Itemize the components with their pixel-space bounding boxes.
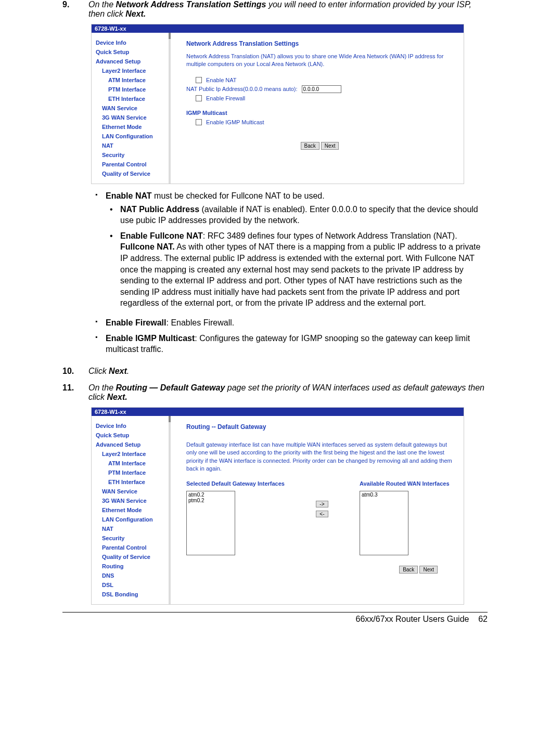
bullet-enable-igmp: Enable IGMP Multicast: Configures the ga… <box>91 333 488 359</box>
nav-layer2-interface[interactable]: Layer2 Interface <box>96 66 169 75</box>
panel-heading: Routing -- Default Gateway <box>186 423 453 431</box>
step-10-number: 10. <box>62 367 88 376</box>
nav-ethernet-mode[interactable]: Ethernet Mode <box>96 122 169 132</box>
description-list: Enable NAT must be checked for Fullcone … <box>91 190 488 359</box>
move-left-button[interactable]: <- <box>316 511 328 517</box>
bullet-enable-nat: Enable NAT must be checked for Fullcone … <box>91 190 488 317</box>
enable-igmp-label: Enable IGMP Multicast <box>206 119 264 125</box>
panel-description: Network Address Translation (NAT) allows… <box>186 53 453 69</box>
nav-advanced-setup[interactable]: Advanced Setup <box>96 57 169 66</box>
nav-ptm-interface[interactable]: PTM Interface <box>96 85 169 94</box>
window-title: 6728-W1-xx <box>92 24 464 33</box>
enable-firewall-checkbox[interactable] <box>196 95 202 101</box>
nav-dsl[interactable]: DSL <box>96 580 169 590</box>
step-9-text: On the Network Address Translation Setti… <box>88 0 488 19</box>
page-footer: 66xx/67xx Router Users Guide 62 <box>62 612 488 624</box>
button-row: Back Next <box>186 142 453 150</box>
move-right-button[interactable]: -> <box>316 501 328 507</box>
nav-security[interactable]: Security <box>96 533 169 543</box>
enable-nat-row: Enable NAT <box>186 76 453 84</box>
nav-nat[interactable]: NAT <box>96 141 169 150</box>
nat-ip-row: NAT Public Ip Address(0.0.0.0 means auto… <box>186 84 453 94</box>
back-button[interactable]: Back <box>399 566 418 573</box>
selected-gateway-col: Selected Default Gateway Interfaces atm0… <box>186 480 285 555</box>
step-11-text: On the Routing — Default Gateway page se… <box>88 383 488 402</box>
available-wan-listbox[interactable]: atm0.3 <box>360 491 408 555</box>
step-9: 9. On the Network Address Translation Se… <box>62 0 488 19</box>
nav-atm-interface[interactable]: ATM Interface <box>96 459 169 468</box>
nav-nat[interactable]: NAT <box>96 524 169 533</box>
nav-qos[interactable]: Quality of Service <box>96 169 169 178</box>
footer-page-number: 62 <box>478 615 488 623</box>
nav-device-info[interactable]: Device Info <box>96 38 169 47</box>
gateway-columns: Selected Default Gateway Interfaces atm0… <box>186 480 453 555</box>
nav-quick-setup[interactable]: Quick Setup <box>96 47 169 57</box>
nav-lan-config[interactable]: LAN Configuration <box>96 132 169 141</box>
enable-igmp-row: Enable IGMP Multicast <box>186 118 453 126</box>
enable-igmp-checkbox[interactable] <box>196 119 202 125</box>
screenshot-nat-settings: 6728-W1-xx Device Info Quick Setup Advan… <box>91 24 464 184</box>
nav-atm-interface[interactable]: ATM Interface <box>96 75 169 85</box>
sidebar-nav: Device Info Quick Setup Advanced Setup L… <box>92 33 171 184</box>
next-button[interactable]: Next <box>419 566 438 573</box>
step-10: 10. Click Next. <box>62 367 488 376</box>
nav-3g-wan-service[interactable]: 3G WAN Service <box>96 113 169 122</box>
button-row: Back Next <box>186 566 453 573</box>
step-10-text: Click Next. <box>88 367 488 376</box>
panel-heading: Network Address Translation Settings <box>186 40 453 47</box>
selected-gateway-label: Selected Default Gateway Interfaces <box>186 480 285 487</box>
nav-dns[interactable]: DNS <box>96 571 169 580</box>
enable-firewall-label: Enable Firewall <box>206 95 245 101</box>
nav-security[interactable]: Security <box>96 150 169 160</box>
list-item[interactable]: atm0.3 <box>361 492 407 498</box>
selected-gateway-listbox[interactable]: atm0.2 ptm0.2 <box>186 491 235 555</box>
scrollbar-thumb[interactable] <box>169 33 171 39</box>
bullet-nat-public-address: NAT Public Address (available if NAT is … <box>106 204 488 230</box>
nav-3g-wan-service[interactable]: 3G WAN Service <box>96 496 169 505</box>
back-button[interactable]: Back <box>301 142 319 150</box>
nav-layer2-interface[interactable]: Layer2 Interface <box>96 449 169 459</box>
nav-qos[interactable]: Quality of Service <box>96 552 169 562</box>
available-wan-label: Available Routed WAN Interfaces <box>360 480 450 487</box>
enable-nat-label: Enable NAT <box>206 77 237 83</box>
nav-ethernet-mode[interactable]: Ethernet Mode <box>96 505 169 515</box>
step-11: 11. On the Routing — Default Gateway pag… <box>62 383 488 402</box>
footer-title: 66xx/67xx Router Users Guide <box>356 615 469 623</box>
nav-dsl-bonding[interactable]: DSL Bonding <box>96 590 169 599</box>
nav-device-info[interactable]: Device Info <box>96 421 169 431</box>
nav-quick-setup[interactable]: Quick Setup <box>96 431 169 440</box>
nav-parental-control[interactable]: Parental Control <box>96 160 169 169</box>
sidebar-nav: Device Info Quick Setup Advanced Setup L… <box>92 416 171 604</box>
bullet-enable-fullcone-nat: Enable Fullcone NAT: RFC 3489 defines fo… <box>106 230 488 313</box>
nav-routing[interactable]: Routing <box>96 562 169 571</box>
available-wan-col: Available Routed WAN Interfaces atm0.3 <box>360 480 450 555</box>
move-arrows: -> <- <box>316 480 328 517</box>
nav-lan-config[interactable]: LAN Configuration <box>96 515 169 524</box>
nav-wan-service[interactable]: WAN Service <box>96 487 169 496</box>
bullet-enable-firewall: Enable Firewall: Enables Firewall. <box>91 317 488 333</box>
step-11-number: 11. <box>62 383 88 402</box>
nav-parental-control[interactable]: Parental Control <box>96 543 169 552</box>
step-9-number: 9. <box>62 0 88 19</box>
nav-eth-interface[interactable]: ETH Interface <box>96 94 169 103</box>
nav-advanced-setup[interactable]: Advanced Setup <box>96 440 169 449</box>
igmp-heading: IGMP Multicast <box>186 110 453 116</box>
nav-eth-interface[interactable]: ETH Interface <box>96 477 169 487</box>
list-item[interactable]: ptm0.2 <box>187 498 234 503</box>
enable-firewall-row: Enable Firewall <box>186 94 453 102</box>
nat-ip-input[interactable] <box>302 85 341 93</box>
scrollbar-thumb[interactable] <box>169 416 171 422</box>
main-panel: Network Address Translation Settings Net… <box>171 33 464 184</box>
main-panel: Routing -- Default Gateway Default gatew… <box>171 416 464 604</box>
panel-description: Default gateway interface list can have … <box>186 441 453 473</box>
window-title: 6728-W1-xx <box>92 408 464 416</box>
nat-ip-label: NAT Public Ip Address(0.0.0.0 means auto… <box>186 86 298 92</box>
enable-nat-checkbox[interactable] <box>196 77 202 83</box>
list-item[interactable]: atm0.2 <box>187 492 234 498</box>
screenshot-routing-gateway: 6728-W1-xx Device Info Quick Setup Advan… <box>91 407 464 605</box>
nav-ptm-interface[interactable]: PTM Interface <box>96 468 169 477</box>
nav-wan-service[interactable]: WAN Service <box>96 103 169 113</box>
next-button[interactable]: Next <box>321 142 339 150</box>
